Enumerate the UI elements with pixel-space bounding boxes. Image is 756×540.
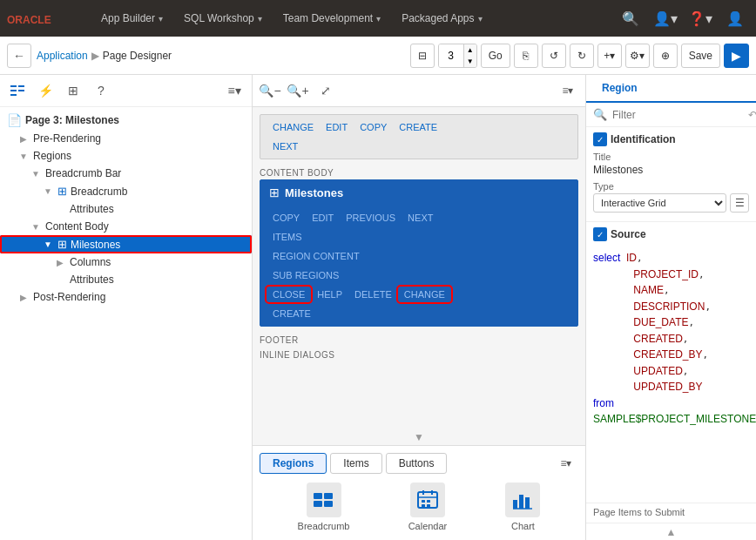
filter-nav-arrows[interactable]: ↶↷ xyxy=(748,109,756,121)
type-list-button[interactable]: ☰ xyxy=(730,193,749,213)
attributes-label: Attributes xyxy=(70,203,114,215)
tree-item-attributes[interactable]: ▶ Attributes xyxy=(0,200,252,218)
tree-item-content-body[interactable]: ▼ Content Body xyxy=(0,218,252,235)
pre-rendering-toggle[interactable]: ▶ xyxy=(17,134,30,144)
action-sub-regions[interactable]: SUB REGIONS xyxy=(267,268,344,282)
help-panel-icon[interactable]: ? xyxy=(89,78,113,103)
bottom-tabs: Regions Items Buttons ≡▾ B xyxy=(253,445,585,540)
action-copy-top[interactable]: COPY xyxy=(354,120,392,134)
layout-view-button[interactable]: ⊟ xyxy=(410,44,435,68)
prev-region-actions: CHANGE EDIT COPY CREATE xyxy=(260,115,577,139)
add-button[interactable]: +▾ xyxy=(597,44,622,68)
search-icon[interactable]: 🔍 xyxy=(617,4,645,32)
profile-icon[interactable]: 👤 xyxy=(721,4,749,32)
tree-item-regions[interactable]: ▼ Regions xyxy=(0,147,252,165)
tree-item-columns[interactable]: ▶ Columns xyxy=(0,253,252,271)
svg-rect-3 xyxy=(10,94,17,96)
scroll-up-button[interactable]: ▲ xyxy=(586,523,756,540)
milestones-region-container: ⊞ Milestones COPY EDIT PREVIOUS NEXT ITE… xyxy=(260,179,578,327)
undo-button[interactable]: ↺ xyxy=(542,44,566,68)
action-change-top[interactable]: CHANGE xyxy=(267,120,319,134)
title-label: Title xyxy=(593,152,749,162)
lightning-icon[interactable]: ⚡ xyxy=(33,78,57,103)
zoom-out-icon[interactable]: 🔍− xyxy=(258,78,282,103)
milestones-toggle[interactable]: ▼ xyxy=(42,240,54,249)
regions-toggle[interactable]: ▼ xyxy=(17,152,30,161)
tab-region[interactable]: Region xyxy=(593,75,646,103)
milestones-region-header: ⊞ Milestones xyxy=(260,180,577,206)
nav-team-dev[interactable]: Team Development ▾ xyxy=(273,0,391,37)
action-copy[interactable]: COPY xyxy=(267,211,305,225)
back-button[interactable]: ← xyxy=(7,44,31,68)
application-link[interactable]: Application xyxy=(37,50,88,62)
svg-rect-19 xyxy=(519,495,523,509)
action-create[interactable]: CREATE xyxy=(267,307,316,321)
nav-sql-workshop[interactable]: SQL Workshop ▾ xyxy=(173,0,273,37)
tree-item-attributes2[interactable]: ▶ Attributes xyxy=(0,271,252,288)
chart-item-label: Chart xyxy=(511,521,535,531)
breadcrumb-toggle[interactable]: ▼ xyxy=(42,186,54,196)
tree-item-post-rendering[interactable]: ▶ Post-Rendering xyxy=(0,288,252,306)
breadcrumb-area: ← Application ▶ Page Designer xyxy=(7,44,405,68)
tree-item-pre-rendering[interactable]: ▶ Pre-Rendering xyxy=(0,130,252,147)
svg-rect-2 xyxy=(10,90,17,91)
canvas-menu-button[interactable]: ≡▾ xyxy=(556,78,580,103)
chart-icon-item[interactable]: Chart xyxy=(505,483,540,531)
action-next[interactable]: NEXT xyxy=(402,211,438,225)
action-change[interactable]: CHANGE xyxy=(399,287,450,301)
action-items[interactable]: ITEMS xyxy=(267,230,307,244)
attributes2-label: Attributes xyxy=(70,273,114,286)
breadcrumb-bar-toggle[interactable]: ▼ xyxy=(30,169,42,179)
action-region-content[interactable]: REGION CONTENT xyxy=(267,249,365,263)
columns-toggle[interactable]: ▶ xyxy=(54,258,66,267)
copy-page-button[interactable]: ⎘ xyxy=(514,44,538,68)
action-next-top[interactable]: NEXT xyxy=(267,139,303,153)
expand-icon[interactable]: ⤢ xyxy=(314,78,338,103)
content-body-toggle[interactable]: ▼ xyxy=(30,222,42,232)
tree-item-breadcrumb-bar[interactable]: ▼ Breadcrumb Bar xyxy=(0,165,252,182)
shared-components-button[interactable]: ⊕ xyxy=(653,44,678,68)
nav-app-builder[interactable]: App Builder ▾ xyxy=(91,0,173,37)
calendar-icon-item[interactable]: Calendar xyxy=(408,483,448,531)
save-button[interactable]: Save xyxy=(681,44,720,68)
action-edit-top[interactable]: EDIT xyxy=(321,120,353,134)
filter-input[interactable] xyxy=(612,109,743,121)
page-up-arrow[interactable]: ▲ xyxy=(464,44,476,56)
tab-items[interactable]: Items xyxy=(330,453,381,474)
action-edit[interactable]: EDIT xyxy=(307,211,339,225)
action-close[interactable]: CLOSE xyxy=(267,287,310,301)
page-down-arrow[interactable]: ▼ xyxy=(464,56,476,67)
tree-view-icon[interactable] xyxy=(5,78,30,103)
run-button[interactable]: ▶ xyxy=(724,44,749,68)
post-rendering-toggle[interactable]: ▶ xyxy=(17,293,30,302)
menu-icon[interactable]: ≡▾ xyxy=(222,78,246,103)
action-create-top[interactable]: CREATE xyxy=(394,120,442,134)
scroll-down-arrow[interactable]: ▼ xyxy=(414,431,424,443)
redo-button[interactable]: ↻ xyxy=(570,44,594,68)
milestones-actions-row4: SUB REGIONS xyxy=(260,268,577,287)
canvas-area: CHANGE EDIT COPY CREATE NEXT CONTENT BOD… xyxy=(253,107,585,429)
action-previous[interactable]: PREVIOUS xyxy=(341,211,401,225)
action-delete[interactable]: DELETE xyxy=(349,287,397,301)
nav-packaged-apps[interactable]: Packaged Apps ▾ xyxy=(391,0,492,37)
go-button[interactable]: Go xyxy=(481,44,510,68)
tree-item-breadcrumb[interactable]: ▼ ⊞ Breadcrumb xyxy=(0,182,252,200)
help-icon[interactable]: ❓▾ xyxy=(686,4,714,32)
utilities-button[interactable]: ⚙▾ xyxy=(625,44,650,68)
zoom-in-icon[interactable]: 🔍+ xyxy=(286,78,310,103)
sql-query-area[interactable]: select ID, PROJECT_ID, NAME, DESCRIPTION… xyxy=(593,246,749,431)
type-select[interactable]: Interactive Grid xyxy=(593,193,726,213)
tab-regions[interactable]: Regions xyxy=(260,453,327,474)
identification-header: ✓ Identification xyxy=(593,132,749,146)
breadcrumb-icon-item[interactable]: Breadcrumb xyxy=(298,483,350,531)
milestones-grid-icon: ⊞ xyxy=(269,186,280,199)
shared-comp-icon[interactable]: ⊞ xyxy=(61,78,85,103)
tree-item-milestones[interactable]: ▼ ⊞ Milestones xyxy=(0,235,252,253)
tabs-menu-button[interactable]: ≡▾ xyxy=(554,451,578,476)
content-body-section-label: CONTENT BODY xyxy=(260,165,578,179)
top-navigation: ORACLE App Builder ▾ SQL Workshop ▾ Team… xyxy=(0,0,756,37)
tab-buttons[interactable]: Buttons xyxy=(386,453,448,474)
action-help[interactable]: HELP xyxy=(312,287,348,301)
user-menu-icon[interactable]: 👤▾ xyxy=(651,4,679,32)
page-number-input[interactable] xyxy=(439,44,463,67)
